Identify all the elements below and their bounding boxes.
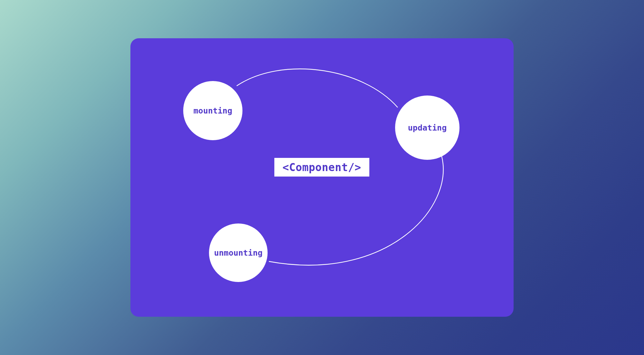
center-component-label: <Component/> xyxy=(274,158,369,177)
node-mounting-label: mounting xyxy=(194,106,232,115)
node-unmounting: unmounting xyxy=(209,223,268,282)
center-component-text: <Component/> xyxy=(282,161,361,174)
node-unmounting-label: unmounting xyxy=(214,248,263,258)
node-updating-label: updating xyxy=(408,123,447,132)
page-background: mounting updating unmounting <Component/… xyxy=(0,0,644,355)
arc-mounting-to-updating xyxy=(237,69,398,107)
diagram-card: mounting updating unmounting <Component/… xyxy=(130,38,514,317)
node-mounting: mounting xyxy=(183,81,242,140)
connector-arcs xyxy=(130,38,514,317)
node-updating: updating xyxy=(395,96,459,160)
